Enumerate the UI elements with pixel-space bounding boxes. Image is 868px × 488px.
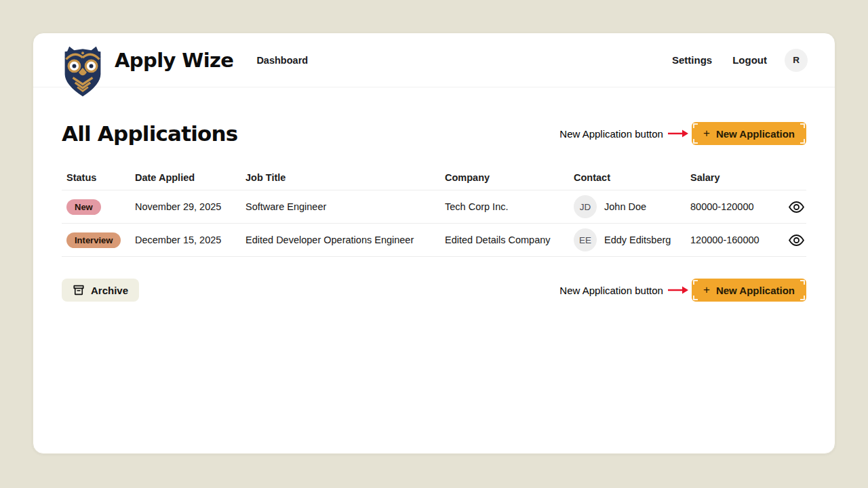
col-company: Company xyxy=(445,172,574,183)
salary-cell: 120000-160000 xyxy=(690,235,774,245)
logout-link[interactable]: Logout xyxy=(732,54,767,66)
col-date-applied: Date Applied xyxy=(135,172,245,183)
col-salary: Salary xyxy=(690,172,774,183)
new-application-button-top[interactable]: + New Application xyxy=(692,122,806,145)
status-badge: New xyxy=(66,199,101,215)
company-cell: Edited Details Company xyxy=(445,235,574,245)
archive-label: Archive xyxy=(91,285,128,296)
new-application-button-bottom[interactable]: + New Application xyxy=(692,279,806,302)
view-application-button[interactable] xyxy=(787,197,806,217)
table-row: New November 29, 2025 Software Engineer … xyxy=(62,190,806,224)
settings-link[interactable]: Settings xyxy=(672,54,712,66)
col-status: Status xyxy=(66,172,135,183)
archive-button[interactable]: Archive xyxy=(62,279,139,302)
company-cell: Tech Corp Inc. xyxy=(445,201,574,212)
contact-name: John Doe xyxy=(604,201,646,212)
contact-avatar: EE xyxy=(574,228,597,251)
col-job-title: Job Title xyxy=(245,172,445,183)
plus-icon: + xyxy=(703,283,710,297)
salary-cell: 80000-120000 xyxy=(690,201,774,212)
table-header-row: Status Date Applied Job Title Company Co… xyxy=(62,165,806,190)
red-arrow-icon xyxy=(667,285,689,295)
plus-icon: + xyxy=(703,127,710,140)
nav-dashboard-link[interactable]: Dashboard xyxy=(256,55,308,66)
archive-box-icon xyxy=(73,284,85,296)
job-title-cell: Edited Developer Operations Engineer xyxy=(245,235,445,245)
page-title: All Applications xyxy=(62,121,237,146)
top-navbar: Apply Wize Dashboard Settings Logout R xyxy=(33,33,835,87)
view-application-button[interactable] xyxy=(787,230,806,250)
app-window: Apply Wize Dashboard Settings Logout R A… xyxy=(33,33,835,454)
eye-icon xyxy=(788,199,805,216)
new-application-label: New Application xyxy=(716,128,795,140)
col-contact: Contact xyxy=(574,172,690,183)
annotation-text: New Application button xyxy=(559,285,663,296)
annotation-text: New Application button xyxy=(559,128,663,140)
status-badge: Interview xyxy=(66,232,121,248)
new-application-label: New Application xyxy=(716,285,795,296)
table-row: Interview December 15, 2025 Edited Devel… xyxy=(62,224,806,257)
contact-avatar: JD xyxy=(574,195,597,218)
date-applied-cell: November 29, 2025 xyxy=(135,201,245,212)
applications-table: Status Date Applied Job Title Company Co… xyxy=(62,165,806,257)
eye-icon xyxy=(788,232,805,249)
owl-logo-icon xyxy=(60,45,105,98)
job-title-cell: Software Engineer xyxy=(245,201,445,212)
top-annotation-group: New Application button + New Application xyxy=(559,122,806,145)
bottom-annotation-group: New Application button + New Application xyxy=(559,279,806,302)
main-content: All Applications New Application button … xyxy=(33,121,835,302)
red-arrow-icon xyxy=(667,129,689,138)
date-applied-cell: December 15, 2025 xyxy=(135,235,245,245)
user-avatar[interactable]: R xyxy=(785,49,808,72)
brand-title: Apply Wize xyxy=(115,49,233,72)
contact-name: Eddy Editsberg xyxy=(604,235,671,245)
